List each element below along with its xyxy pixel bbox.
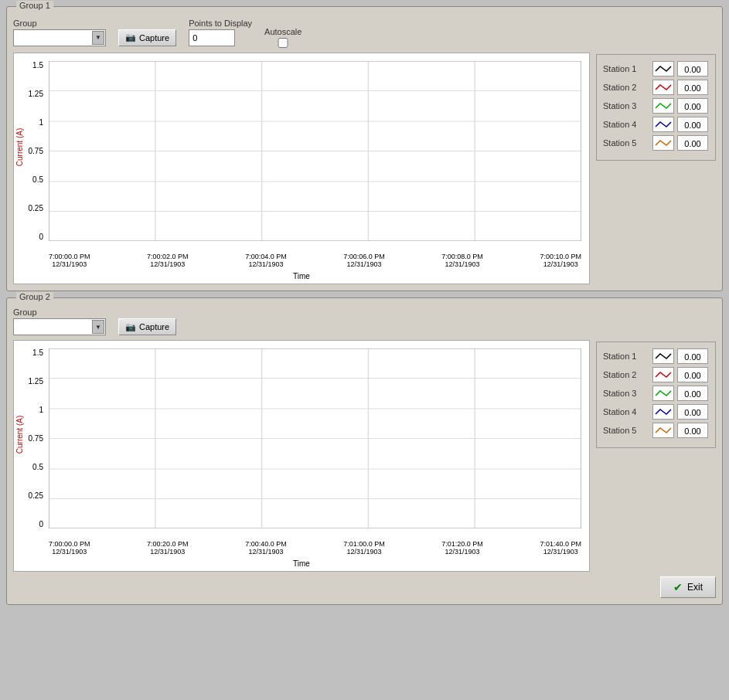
group1-station5-icon xyxy=(652,135,674,151)
group1-legend-row-5: Station 5 0.00 xyxy=(603,135,709,151)
group1-chart-area: 1.5 1.25 1 0.75 0.5 0.25 0 Current (A) xyxy=(13,53,716,284)
group1-station1-label: Station 1 xyxy=(603,64,649,73)
group2-x-axis-title: Time xyxy=(14,559,589,568)
group1-legend-row-2: Station 2 0.00 xyxy=(603,80,709,95)
group1-x-label-0: 7:00:00.0 PM12/31/1903 xyxy=(49,253,90,268)
group1-station1-icon xyxy=(652,61,674,76)
group1-legend: Station 1 0.00 Station 2 0.00 Station 3 xyxy=(596,54,716,161)
group1-points-label: Points to Display xyxy=(189,19,252,28)
group2-legend-row-4: Station 4 0.00 xyxy=(603,404,709,420)
group1-panel: Group 1 Group ▼ 📷 Capture Points to Disp… xyxy=(6,6,723,291)
group2-y-label-5: 0.25 xyxy=(29,491,43,500)
group1-legend-row-4: Station 4 0.00 xyxy=(603,117,709,132)
group1-y-label-1: 1.25 xyxy=(29,90,43,98)
group2-station3-icon xyxy=(652,386,674,401)
group1-x-label-2: 7:00:04.0 PM12/31/1903 xyxy=(245,253,287,268)
group2-chart-area: 1.5 1.25 1 0.75 0.5 0.25 0 Current (A) xyxy=(13,340,716,572)
group1-title: Group 1 xyxy=(16,1,53,10)
group1-station4-value: 0.00 xyxy=(677,117,708,132)
group2-station5-label: Station 5 xyxy=(603,426,649,435)
exit-label: Exit xyxy=(687,582,703,593)
group2-chart-svg xyxy=(49,348,581,528)
group2-station5-icon xyxy=(652,423,674,438)
group1-station3-icon xyxy=(652,98,674,114)
group2-select[interactable] xyxy=(13,318,106,335)
group2-x-label-5: 7:01:40.0 PM12/31/1903 xyxy=(540,540,581,556)
group1-group-label: Group xyxy=(13,19,106,28)
group1-select-wrapper[interactable]: ▼ xyxy=(13,29,106,46)
group2-station1-icon xyxy=(652,348,674,364)
group2-x-label-1: 7:00:20.0 PM12/31/1903 xyxy=(147,540,189,556)
group1-station2-icon xyxy=(652,80,674,95)
group1-legend-row-3: Station 3 0.00 xyxy=(603,98,709,114)
group1-points-input[interactable] xyxy=(189,29,235,46)
group1-autoscale-label: Autoscale xyxy=(264,27,301,36)
group1-points-control: Points to Display xyxy=(189,19,252,46)
group1-controls: Group ▼ 📷 Capture Points to Display Auto… xyxy=(13,16,716,48)
group1-station5-value: 0.00 xyxy=(677,135,708,151)
group1-capture-label: Capture xyxy=(139,33,169,42)
group1-station3-label: Station 3 xyxy=(603,101,649,110)
group2-x-label-3: 7:01:00.0 PM12/31/1903 xyxy=(343,540,385,556)
group2-station3-label: Station 3 xyxy=(603,389,649,398)
group2-legend: Station 1 0.00 Station 2 0.00 Station 3 … xyxy=(596,342,716,448)
group2-select-wrapper[interactable]: ▼ xyxy=(13,318,106,335)
group1-y-label-0: 1.5 xyxy=(32,61,43,70)
group2-station4-value: 0.00 xyxy=(677,404,708,420)
group1-y-label-3: 0.75 xyxy=(29,147,43,155)
group1-autoscale-control: Autoscale xyxy=(264,27,301,48)
group1-autoscale-checkbox[interactable] xyxy=(264,38,301,48)
group2-y-label-4: 0.5 xyxy=(32,463,43,471)
group2-camera-icon: 📷 xyxy=(125,322,136,332)
group1-chart-svg xyxy=(49,61,581,241)
group2-chart: 1.5 1.25 1 0.75 0.5 0.25 0 Current (A) xyxy=(13,340,590,572)
group1-station5-label: Station 5 xyxy=(603,138,649,148)
group1-y-axis-title-wrapper: Current (A) xyxy=(14,53,26,241)
group2-y-label-0: 1.5 xyxy=(32,348,43,357)
group2-station4-label: Station 4 xyxy=(603,407,649,416)
group1-station1-value: 0.00 xyxy=(677,61,708,76)
group2-x-label-0: 7:00:00.0 PM12/31/1903 xyxy=(49,540,90,556)
group1-legend-row-1: Station 1 0.00 xyxy=(603,61,709,76)
group1-station2-label: Station 2 xyxy=(603,83,649,92)
group2-capture-label: Capture xyxy=(139,322,169,331)
group2-y-axis-title: Current (A) xyxy=(15,416,24,454)
group1-station4-label: Station 4 xyxy=(603,120,649,129)
group2-station1-label: Station 1 xyxy=(603,352,649,361)
group1-capture-button[interactable]: 📷 Capture xyxy=(118,29,176,46)
group1-y-label-4: 0.5 xyxy=(32,175,43,184)
group2-title: Group 2 xyxy=(16,292,53,301)
group1-station2-value: 0.00 xyxy=(677,80,708,95)
group1-x-label-1: 7:00:02.0 PM12/31/1903 xyxy=(147,253,189,268)
group2-y-label-2: 1 xyxy=(39,406,43,414)
group2-y-label-1: 1.25 xyxy=(29,377,43,386)
group2-station2-label: Station 2 xyxy=(603,370,649,379)
group2-group-control: Group ▼ xyxy=(13,308,106,335)
group1-y-label-6: 0 xyxy=(39,233,43,241)
group1-station3-value: 0.00 xyxy=(677,98,708,114)
group1-select[interactable] xyxy=(13,29,106,46)
group2-capture-button[interactable]: 📷 Capture xyxy=(118,318,176,335)
group2-station1-value: 0.00 xyxy=(677,348,708,364)
group2-legend-row-5: Station 5 0.00 xyxy=(603,423,709,438)
group2-legend-row-3: Station 3 0.00 xyxy=(603,386,709,401)
group1-y-label-2: 1 xyxy=(39,118,43,127)
group2-controls: Group ▼ 📷 Capture xyxy=(13,308,716,335)
group2-station2-value: 0.00 xyxy=(677,367,708,382)
exit-button[interactable]: ✔ Exit xyxy=(660,576,716,598)
group1-chart: 1.5 1.25 1 0.75 0.5 0.25 0 Current (A) xyxy=(13,53,590,284)
group1-x-label-4: 7:00:08.0 PM12/31/1903 xyxy=(441,253,483,268)
group2-x-axis-labels: 7:00:00.0 PM12/31/1903 7:00:20.0 PM12/31… xyxy=(49,540,581,556)
group1-x-axis-title: Time xyxy=(14,272,589,280)
group2-y-axis-title-wrapper: Current (A) xyxy=(14,341,26,528)
group1-station4-icon xyxy=(652,117,674,132)
group2-y-label-3: 0.75 xyxy=(29,434,43,443)
group1-x-label-5: 7:00:10.0 PM12/31/1903 xyxy=(540,253,581,268)
group2-station4-icon xyxy=(652,404,674,420)
group1-y-label-5: 0.25 xyxy=(29,204,43,212)
group2-station2-icon xyxy=(652,367,674,382)
group2-station5-value: 0.00 xyxy=(677,423,708,438)
group2-legend-row-1: Station 1 0.00 xyxy=(603,348,709,364)
group1-camera-icon: 📷 xyxy=(125,32,136,42)
group2-station3-value: 0.00 xyxy=(677,386,708,401)
